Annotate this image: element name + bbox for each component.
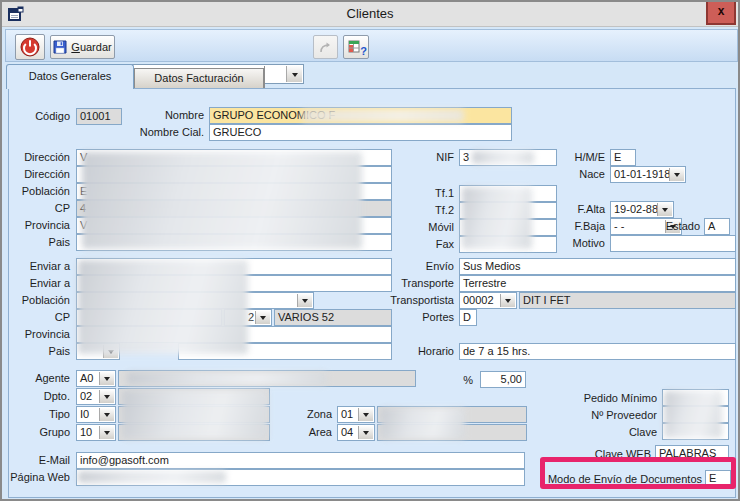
enviar-a1-label: Enviar a — [10, 260, 70, 274]
close-icon[interactable]: x — [706, 2, 736, 25]
chevron-down-icon[interactable] — [669, 168, 684, 181]
codigo-label: Código — [10, 110, 70, 124]
export-arrow-icon — [318, 39, 334, 55]
hme-field[interactable]: E — [610, 149, 636, 166]
redaction-blur — [462, 187, 532, 249]
grupo-combo[interactable]: 10 — [76, 424, 116, 441]
nombre-cial-field[interactable]: GRUECO — [209, 124, 512, 141]
exit-button[interactable] — [15, 34, 45, 60]
transportista-desc-field[interactable]: DIT I FET — [519, 292, 736, 309]
redaction-blur — [127, 372, 327, 385]
chevron-down-icon[interactable] — [99, 426, 114, 439]
falta-combo[interactable]: 19-02-88 — [610, 201, 674, 218]
pct-field[interactable]: 5,00 — [480, 371, 526, 388]
toolbar: Guardar Datos principales ? — [5, 29, 738, 62]
poblacion2-label: Población — [10, 294, 70, 308]
chevron-down-icon[interactable] — [500, 294, 515, 307]
zona-combo[interactable]: 01 — [337, 406, 375, 423]
cp2-combo-value: 2 — [248, 311, 254, 323]
provincia2-label: Provincia — [10, 328, 70, 342]
estado-field[interactable]: A — [704, 218, 730, 235]
estado-label: Estado — [650, 220, 700, 234]
agente-label: Agente — [10, 372, 70, 386]
codigo-field[interactable]: 01001 — [76, 108, 122, 125]
portes-label: Portes — [364, 311, 454, 325]
nace-label: Nace — [525, 168, 605, 182]
chevron-down-icon[interactable] — [297, 294, 312, 307]
tipo-combo[interactable]: I0 — [76, 406, 116, 423]
pagina-web-label: Página Web — [10, 471, 70, 485]
tf1-label: Tf.1 — [394, 187, 454, 201]
direccion2-label: Dirección — [10, 168, 70, 182]
table-help-button[interactable]: ? — [343, 35, 369, 59]
fbaja-value: - - — [614, 220, 624, 232]
agente-combo[interactable]: A0 — [76, 370, 116, 387]
redaction-blur — [78, 260, 248, 354]
window-title: Clientes — [2, 6, 738, 21]
transportista-label: Transportista — [364, 294, 454, 308]
clave-label: Clave — [547, 426, 657, 440]
dpto-value: 02 — [80, 390, 92, 402]
agente-value: A0 — [80, 372, 93, 384]
redaction-blur — [472, 151, 534, 164]
transportista-value: 00002 — [463, 294, 494, 306]
poblacion1-label: Población — [10, 185, 70, 199]
highlight-box — [540, 457, 736, 489]
tipo-label: Tipo — [10, 408, 70, 422]
fbaja-label: F.Baja — [525, 220, 605, 234]
chevron-down-icon[interactable] — [99, 372, 114, 385]
save-button[interactable]: Guardar — [50, 35, 115, 59]
export-button[interactable] — [313, 35, 338, 59]
dpto-combo[interactable]: 02 — [76, 388, 116, 405]
nace-combo[interactable]: 01-01-1918 — [610, 166, 686, 183]
email-field[interactable]: info@gpasoft.com — [76, 452, 525, 469]
chevron-down-icon[interactable] — [358, 408, 373, 421]
transportista-combo[interactable]: 00002 — [459, 292, 517, 309]
portes-field[interactable]: D — [459, 309, 477, 326]
tf2-label: Tf.2 — [394, 204, 454, 218]
tab-datos-facturacion[interactable]: Datos Facturación — [134, 68, 264, 88]
envio-field[interactable]: Sus Medios — [459, 258, 736, 275]
clientes-window: Clientes x Guardar Datos principales — [0, 0, 740, 501]
enviar-a2-label: Enviar a — [10, 277, 70, 291]
chevron-down-icon[interactable] — [99, 390, 114, 403]
envio-label: Envío — [364, 260, 454, 274]
horario-field[interactable]: de 7 a 15 hrs. — [459, 343, 736, 360]
power-icon — [20, 37, 40, 57]
cp1-label: CP — [10, 202, 70, 216]
tab-datos-generales[interactable]: Datos Generales — [6, 64, 134, 89]
provincia1-label: Provincia — [10, 219, 70, 233]
falta-value: 19-02-88 — [614, 203, 658, 215]
nif-label: NIF — [394, 151, 454, 165]
save-button-label: Guardar — [71, 41, 111, 53]
pedido-minimo-label: Pedido Mínimo — [547, 392, 657, 406]
tab-separator — [264, 66, 265, 88]
motivo-label: Motivo — [525, 237, 605, 251]
hme-label: H/M/E — [525, 151, 605, 165]
area-value: 04 — [341, 426, 353, 438]
pct-label: % — [457, 374, 473, 388]
nace-value: 01-01-1918 — [614, 168, 670, 180]
title-bar: Clientes x — [2, 2, 738, 27]
chevron-down-icon[interactable] — [358, 426, 373, 439]
area-combo[interactable]: 04 — [337, 424, 375, 441]
grupo-label: Grupo — [10, 426, 70, 440]
chevron-down-icon[interactable] — [657, 203, 672, 216]
dpto-label: Dpto. — [10, 390, 70, 404]
cp2-label: CP — [10, 311, 70, 325]
redaction-blur — [82, 152, 362, 249]
area-label: Area — [272, 426, 332, 440]
question-mark-glyph: ? — [360, 45, 367, 57]
redaction-blur — [122, 390, 268, 439]
zona-value: 01 — [341, 408, 353, 420]
tipo-value: I0 — [80, 408, 89, 420]
motivo-field[interactable] — [610, 235, 736, 252]
chevron-down-icon[interactable] — [99, 408, 114, 421]
transporte-field[interactable]: Terrestre — [459, 275, 736, 292]
chevron-down-icon[interactable] — [286, 66, 302, 82]
nombre-cial-label: Nombre Cial. — [124, 126, 204, 140]
nombre-label: Nombre — [124, 109, 204, 123]
fax-label: Fax — [394, 238, 454, 252]
chevron-down-icon[interactable] — [255, 311, 270, 324]
redaction-blur — [302, 109, 464, 122]
